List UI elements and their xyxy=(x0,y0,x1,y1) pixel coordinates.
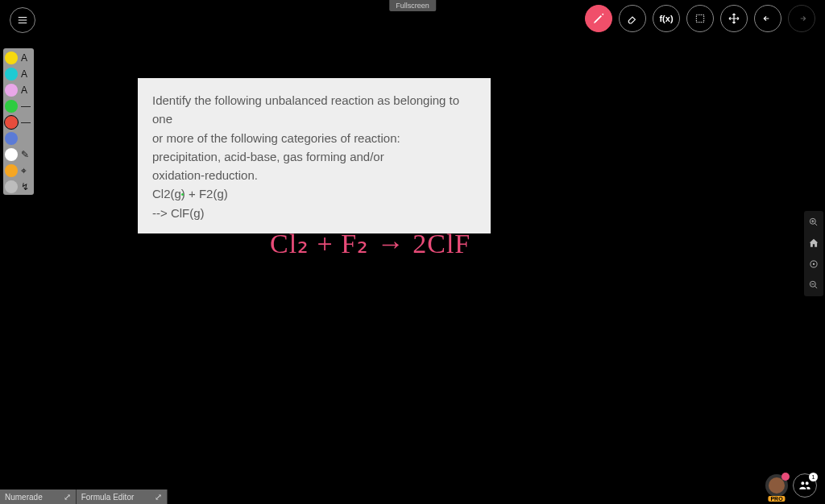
palette-color-3[interactable]: — xyxy=(3,98,34,114)
color-swatch xyxy=(5,100,18,113)
undo-button[interactable] xyxy=(754,5,781,32)
color-swatch xyxy=(5,68,18,81)
bottom-bar: Numerade⤢Formula Editor⤢ xyxy=(0,490,168,504)
pencil-icon xyxy=(592,12,605,25)
redo-icon xyxy=(795,12,808,25)
fx-icon: f(x) xyxy=(659,14,673,23)
target-icon xyxy=(808,258,819,270)
notification-dot xyxy=(781,473,790,481)
participants-button[interactable]: 1 xyxy=(793,473,817,498)
select-icon xyxy=(694,12,707,25)
palette-label: ⌖ xyxy=(21,166,27,176)
bottom-tab-numerade[interactable]: Numerade⤢ xyxy=(0,490,77,504)
top-tools: f(x) xyxy=(585,5,815,32)
hamburger-icon xyxy=(17,14,28,26)
move-icon xyxy=(728,12,740,25)
pro-badge: PRO xyxy=(768,496,785,502)
palette-label: — xyxy=(21,101,31,111)
tab-label: Formula Editor xyxy=(81,493,135,502)
eraser-icon xyxy=(626,12,639,25)
target-button[interactable] xyxy=(806,256,822,272)
handwritten-equation: Cl₂ + F₂ → 2ClF xyxy=(270,227,471,259)
color-palette: AAA——✎⌖↯ xyxy=(3,48,34,195)
participant-count: 1 xyxy=(809,473,818,481)
home-button[interactable] xyxy=(806,235,822,251)
zoom-out-icon xyxy=(808,279,819,291)
right-side-tools xyxy=(804,211,823,296)
color-swatch xyxy=(5,116,18,129)
people-icon xyxy=(798,479,811,492)
expand-icon: ⤢ xyxy=(64,492,71,502)
svg-point-3 xyxy=(813,263,815,265)
undo-icon xyxy=(761,12,774,25)
collab-area: PRO 1 xyxy=(765,473,817,498)
question-line: Identify the following unbalanced reacti… xyxy=(152,91,476,129)
color-swatch xyxy=(5,132,18,145)
palette-label: A xyxy=(21,69,27,79)
palette-color-8[interactable]: ↯ xyxy=(3,179,34,195)
palette-label: A xyxy=(21,53,27,63)
color-swatch xyxy=(5,84,18,97)
question-line: or more of the following categories of r… xyxy=(152,129,476,147)
cursor-dot xyxy=(181,193,184,196)
question-line: oxidation-reduction. xyxy=(152,166,476,184)
palette-color-0[interactable]: A xyxy=(3,50,34,66)
eraser-tool[interactable] xyxy=(619,5,646,32)
question-line: Cl2(g) + F2(g) xyxy=(152,184,476,203)
palette-color-4[interactable]: — xyxy=(3,114,34,130)
palette-color-5[interactable] xyxy=(3,130,34,147)
color-swatch xyxy=(5,52,18,64)
home-icon xyxy=(808,238,819,249)
pencil-tool[interactable] xyxy=(585,5,612,32)
palette-color-7[interactable]: ⌖ xyxy=(3,163,34,179)
color-swatch xyxy=(5,180,18,193)
question-line: --> ClF(g) xyxy=(152,204,476,222)
palette-color-2[interactable]: A xyxy=(3,82,34,98)
svg-rect-0 xyxy=(696,14,703,22)
palette-color-6[interactable]: ✎ xyxy=(3,147,34,163)
redo-button xyxy=(788,5,815,32)
question-card: Identify the following unbalanced reacti… xyxy=(138,78,491,233)
color-swatch xyxy=(5,164,18,177)
expand-icon: ⤢ xyxy=(155,492,162,502)
tab-label: Numerade xyxy=(5,493,43,502)
menu-button[interactable] xyxy=(10,7,35,33)
palette-label: ↯ xyxy=(21,182,29,192)
palette-label: — xyxy=(21,118,31,127)
select-tool[interactable] xyxy=(686,5,714,32)
user-avatar[interactable]: PRO xyxy=(765,474,788,497)
bottom-tab-formula-editor[interactable]: Formula Editor⤢ xyxy=(77,490,168,504)
palette-label: ✎ xyxy=(21,150,29,159)
question-line: precipitation, acid-base, gas forming an… xyxy=(152,147,476,166)
palette-label: A xyxy=(21,85,27,95)
move-tool[interactable] xyxy=(720,5,748,32)
palette-color-1[interactable]: A xyxy=(3,66,34,82)
zoom-out-button[interactable] xyxy=(806,277,822,293)
zoom-in-button[interactable] xyxy=(806,214,822,230)
zoom-in-icon xyxy=(808,217,819,228)
color-swatch xyxy=(5,148,18,161)
function-tool[interactable]: f(x) xyxy=(653,5,680,32)
